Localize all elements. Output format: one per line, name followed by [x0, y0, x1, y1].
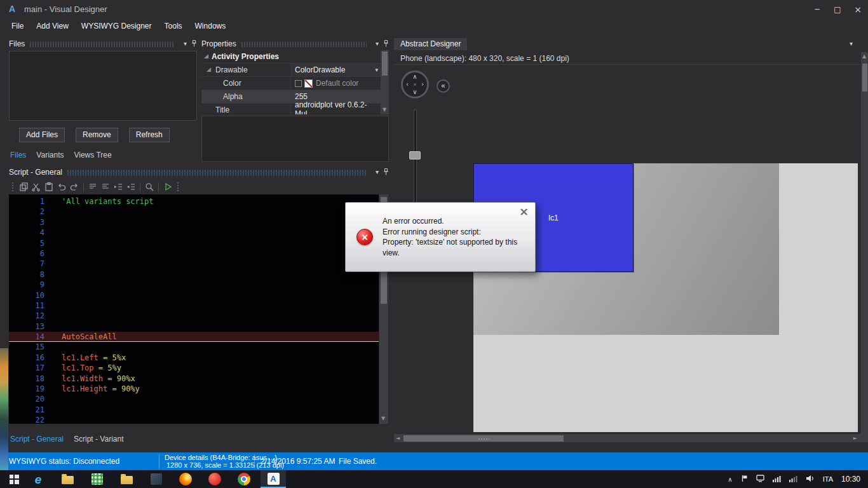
error-icon: ×: [356, 229, 373, 245]
nav-right-icon[interactable]: ›: [421, 81, 424, 88]
scroll-right-icon[interactable]: ►: [853, 436, 857, 441]
code-line: 15: [9, 342, 379, 352]
properties-dropdown-icon[interactable]: ▾: [376, 41, 379, 47]
taskbar-green-app-icon[interactable]: [85, 470, 110, 488]
app-icon[interactable]: A: [9, 4, 15, 14]
properties-pin-icon[interactable]: [383, 40, 389, 48]
scroll-left-icon[interactable]: ◄: [396, 436, 400, 441]
files-list[interactable]: [9, 51, 197, 121]
tab-abstract-designer[interactable]: Abstract Designer: [394, 38, 467, 50]
nav-left-icon[interactable]: ‹: [406, 81, 409, 88]
start-button[interactable]: [0, 470, 28, 488]
code-line: 9: [9, 280, 379, 290]
property-row-title[interactable]: Title androidplot ver 0.6.2- Mul: [201, 104, 381, 114]
collapse-panel-button[interactable]: «: [437, 79, 450, 93]
property-group-label: Activity Properties: [212, 50, 279, 64]
files-dropdown-icon[interactable]: ▾: [184, 41, 187, 47]
script-panel-title: Script - General: [9, 168, 62, 177]
scrollbar-thumb[interactable]: [403, 435, 564, 442]
property-label: Title: [215, 104, 229, 114]
error-line: Error running designer script:: [383, 227, 517, 238]
code-line: 20: [9, 394, 379, 404]
close-button[interactable]: ×: [848, 0, 868, 19]
language-indicator[interactable]: ITA: [823, 475, 833, 483]
tray-volume-icon[interactable]: [806, 473, 815, 485]
add-files-button[interactable]: Add Files: [19, 128, 65, 142]
tray-monitor-icon[interactable]: [756, 473, 764, 485]
taskbar-red-app-icon[interactable]: [202, 470, 227, 488]
scroll-up-icon[interactable]: ▲: [862, 54, 866, 59]
taskbar-folder-icon[interactable]: [55, 470, 80, 488]
cut-icon[interactable]: [30, 180, 43, 193]
menu-windows[interactable]: Windows: [189, 19, 233, 33]
taskbar-dark-app-icon[interactable]: [144, 470, 169, 488]
remove-button[interactable]: Remove: [76, 128, 118, 142]
nav-down-icon[interactable]: ∨: [412, 89, 417, 95]
menu-add-view[interactable]: Add View: [30, 19, 74, 33]
property-row-drawable[interactable]: ◢ Drawable ColorDrawable ▾: [201, 64, 381, 77]
nav-up-icon[interactable]: ∧: [412, 74, 417, 80]
tab-script-general[interactable]: Script - General: [10, 435, 64, 444]
run-script-icon[interactable]: [161, 180, 174, 193]
redo-icon[interactable]: [68, 180, 81, 193]
scrollbar-thumb[interactable]: [862, 64, 867, 92]
collapse-arrow-icon[interactable]: ◢: [204, 53, 208, 59]
undo-icon[interactable]: [55, 180, 68, 193]
scrollbar-thumb[interactable]: [382, 51, 388, 76]
scroll-down-icon[interactable]: ▼: [383, 107, 386, 112]
property-row-color[interactable]: Color Default color: [201, 77, 381, 90]
script-dropdown-icon[interactable]: ▾: [376, 169, 379, 175]
chevron-down-icon[interactable]: ▾: [375, 67, 378, 73]
script-pin-icon[interactable]: [383, 168, 389, 177]
find-icon[interactable]: [143, 180, 156, 193]
designer-hscrollbar[interactable]: ◄ ►: [394, 434, 859, 442]
collapse-arrow-icon[interactable]: ◢: [207, 66, 211, 72]
code-line: 1'All variants script: [9, 196, 379, 207]
nav-wheel[interactable]: ∧ ∨ ‹ ›: [401, 71, 429, 98]
refresh-button[interactable]: Refresh: [129, 128, 170, 142]
menu-tools[interactable]: Tools: [158, 19, 189, 33]
files-pin-icon[interactable]: [191, 40, 197, 48]
taskbar-firefox-icon[interactable]: [173, 470, 198, 488]
comment-icon[interactable]: [86, 180, 99, 193]
title-value-cell[interactable]: androidplot ver 0.6.2- Mul: [290, 104, 381, 114]
tray-network-icon[interactable]: [773, 473, 781, 485]
no-color-swatch[interactable]: [304, 79, 313, 88]
tab-files[interactable]: Files: [10, 151, 26, 159]
designer-dropdown-icon[interactable]: ▾: [850, 41, 853, 47]
tray-flag-icon[interactable]: [741, 473, 748, 485]
scroll-down-icon[interactable]: ▼: [381, 416, 385, 421]
tray-chevron-up-icon[interactable]: ∧: [728, 476, 732, 483]
taskbar-active-designer-button[interactable]: A: [261, 470, 286, 488]
minimize-button[interactable]: ─: [807, 0, 827, 19]
properties-scrollbar[interactable]: ▼: [381, 50, 389, 114]
taskbar-chrome-icon[interactable]: [231, 470, 257, 488]
tab-views-tree[interactable]: Views Tree: [74, 151, 111, 159]
property-group-row[interactable]: ◢ Activity Properties: [201, 50, 381, 64]
status-bar: WYSIWYG status: Disconnected Device deta…: [0, 452, 868, 470]
tray-cellular-icon[interactable]: [789, 473, 797, 485]
copy-icon[interactable]: [17, 180, 30, 193]
menu-file[interactable]: File: [5, 19, 30, 33]
script-editor[interactable]: 1'All variants script 2 3 4 5 6 7 8 9 10…: [9, 194, 379, 424]
tab-script-variant[interactable]: Script - Variant: [74, 435, 123, 444]
menu-wysiwyg-designer[interactable]: WYSIWYG Designer: [75, 19, 158, 33]
popup-close-icon[interactable]: ×: [519, 205, 529, 218]
maximize-button[interactable]: □: [827, 0, 848, 19]
uncomment-icon[interactable]: [99, 180, 112, 193]
menubar: File Add View WYSIWYG Designer Tools Win…: [0, 19, 868, 33]
color-checkbox[interactable]: [295, 80, 302, 87]
drawable-combobox[interactable]: ColorDrawable ▾: [290, 64, 381, 76]
view-label: lc1: [548, 214, 558, 222]
taskbar-folder-icon[interactable]: [114, 470, 139, 488]
taskbar-ie-icon[interactable]: e: [25, 470, 51, 488]
clock[interactable]: 10:30: [841, 475, 860, 484]
paste-icon[interactable]: [43, 180, 55, 193]
designer-vscrollbar[interactable]: ▲: [861, 52, 868, 434]
indent-icon[interactable]: [112, 180, 125, 193]
property-label: Alpha: [223, 90, 243, 104]
zoom-slider-thumb[interactable]: [409, 151, 421, 159]
tab-variants[interactable]: Variants: [36, 151, 64, 159]
outdent-icon[interactable]: [125, 180, 137, 193]
window-title: main - Visual Designer: [24, 0, 107, 19]
